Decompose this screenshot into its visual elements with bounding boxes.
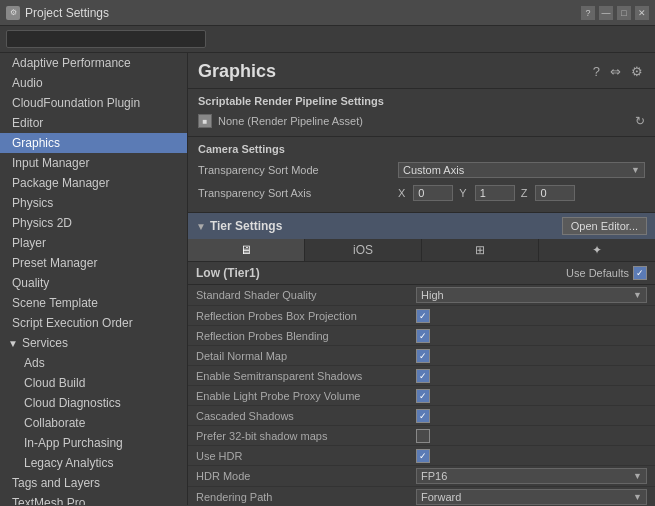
setting-name: Use HDR bbox=[196, 450, 416, 462]
main-layout: Adaptive PerformanceAudioCloudFoundation… bbox=[0, 53, 655, 505]
setting-name: Enable Semitransparent Shadows bbox=[196, 370, 416, 382]
sidebar-item-graphics[interactable]: Graphics bbox=[0, 133, 187, 153]
use-defaults-label: Use Defaults bbox=[566, 267, 629, 279]
sidebar-item-cloud-foundation[interactable]: CloudFoundation Plugin bbox=[0, 93, 187, 113]
tier1-settings: Standard Shader QualityHigh▼Reflection P… bbox=[188, 285, 655, 505]
setting-value: ✓ bbox=[416, 309, 647, 323]
dropdown-value: FP16 bbox=[421, 470, 447, 482]
setting-name: Standard Shader Quality bbox=[196, 289, 416, 301]
transparency-sort-axis-row: Transparency Sort Axis X Y Z bbox=[198, 183, 645, 203]
setting-value: ✓ bbox=[416, 369, 647, 383]
sidebar-item-script-exec[interactable]: Script Execution Order bbox=[0, 313, 187, 333]
setting-value[interactable]: High▼ bbox=[416, 287, 647, 303]
sidebar-item-editor[interactable]: Editor bbox=[0, 113, 187, 133]
sidebar-item-tags-layers[interactable]: Tags and Layers bbox=[0, 473, 187, 493]
setting-name: HDR Mode bbox=[196, 470, 416, 482]
sidebar-item-collaborate[interactable]: Collaborate bbox=[0, 413, 187, 433]
setting-value[interactable]: Forward▼ bbox=[416, 489, 647, 505]
sidebar-item-physics-2d[interactable]: Physics 2D bbox=[0, 213, 187, 233]
search-input[interactable] bbox=[6, 30, 206, 48]
layout-icon-button[interactable]: ⇔ bbox=[608, 62, 623, 81]
search-bar bbox=[0, 26, 655, 53]
tab-android[interactable]: ✦ bbox=[539, 239, 655, 261]
setting-checkbox[interactable]: ✓ bbox=[416, 309, 430, 323]
settings-icon-button[interactable]: ⚙ bbox=[629, 62, 645, 81]
dropdown-value: Forward bbox=[421, 491, 461, 503]
transparency-sort-axis-label: Transparency Sort Axis bbox=[198, 187, 398, 199]
setting-row: Reflection Probes Blending✓ bbox=[188, 326, 655, 346]
sidebar-item-ads[interactable]: Ads bbox=[0, 353, 187, 373]
sidebar-item-textmesh-pro[interactable]: TextMesh Pro bbox=[0, 493, 187, 505]
sidebar-item-cloud-diagnostics[interactable]: Cloud Diagnostics bbox=[0, 393, 187, 413]
sidebar-item-physics[interactable]: Physics bbox=[0, 193, 187, 213]
pipeline-row: ■ None (Render Pipeline Asset) ↻ bbox=[198, 112, 645, 130]
xyz-inputs: X Y Z bbox=[398, 185, 645, 201]
transparency-sort-mode-label: Transparency Sort Mode bbox=[198, 164, 398, 176]
tab-ios[interactable]: iOS bbox=[305, 239, 422, 261]
setting-checkbox[interactable]: ✓ bbox=[416, 349, 430, 363]
help-icon-button[interactable]: ? bbox=[591, 62, 602, 81]
x-input[interactable] bbox=[413, 185, 453, 201]
sidebar-item-input-manager[interactable]: Input Manager bbox=[0, 153, 187, 173]
setting-value: ✓ bbox=[416, 389, 647, 403]
setting-row: Reflection Probes Box Projection✓ bbox=[188, 306, 655, 326]
dropdown-value: High bbox=[421, 289, 444, 301]
z-input[interactable] bbox=[535, 185, 575, 201]
setting-value: ✓ bbox=[416, 409, 647, 423]
setting-value: ✓ bbox=[416, 329, 647, 343]
desktop-icon: 🖥 bbox=[240, 243, 252, 257]
tab-windows[interactable]: ⊞ bbox=[422, 239, 539, 261]
setting-name: Reflection Probes Blending bbox=[196, 330, 416, 342]
dropdown-arrow-icon: ▼ bbox=[633, 492, 642, 502]
setting-checkbox[interactable] bbox=[416, 429, 430, 443]
sidebar-item-preset-manager[interactable]: Preset Manager bbox=[0, 253, 187, 273]
sidebar-item-scene-template[interactable]: Scene Template bbox=[0, 293, 187, 313]
minimize-button[interactable]: — bbox=[599, 6, 613, 20]
y-label: Y bbox=[459, 187, 466, 199]
use-defaults-checkbox[interactable]: ✓ bbox=[633, 266, 647, 280]
dropdown-arrow-icon: ▼ bbox=[633, 471, 642, 481]
transparency-sort-mode-dropdown[interactable]: Custom Axis ▼ bbox=[398, 162, 645, 178]
setting-value: ✓ bbox=[416, 449, 647, 463]
tab-desktop[interactable]: 🖥 bbox=[188, 239, 305, 261]
setting-name: Enable Light Probe Proxy Volume bbox=[196, 390, 416, 402]
sidebar-item-cloud-build[interactable]: Cloud Build bbox=[0, 373, 187, 393]
sidebar-item-audio[interactable]: Audio bbox=[0, 73, 187, 93]
setting-name: Detail Normal Map bbox=[196, 350, 416, 362]
setting-value[interactable]: FP16▼ bbox=[416, 468, 647, 484]
help-button[interactable]: ? bbox=[581, 6, 595, 20]
setting-checkbox[interactable]: ✓ bbox=[416, 329, 430, 343]
setting-row: Rendering PathForward▼ bbox=[188, 487, 655, 505]
setting-checkbox[interactable]: ✓ bbox=[416, 389, 430, 403]
app-icon: ⚙ bbox=[6, 6, 20, 20]
tier-settings-header: ▼ Tier Settings Open Editor... bbox=[188, 213, 655, 239]
maximize-button[interactable]: □ bbox=[617, 6, 631, 20]
sidebar-item-player[interactable]: Player bbox=[0, 233, 187, 253]
setting-name: Rendering Path bbox=[196, 491, 416, 503]
camera-section: Camera Settings Transparency Sort Mode C… bbox=[188, 137, 655, 213]
setting-checkbox[interactable]: ✓ bbox=[416, 409, 430, 423]
tier-header-left: ▼ Tier Settings bbox=[196, 219, 282, 233]
setting-name: Prefer 32-bit shadow maps bbox=[196, 430, 416, 442]
window-title: Project Settings bbox=[25, 6, 581, 20]
tier1-header: Low (Tier1) Use Defaults ✓ bbox=[188, 262, 655, 285]
sidebar-item-adaptive-performance[interactable]: Adaptive Performance bbox=[0, 53, 187, 73]
sidebar: Adaptive PerformanceAudioCloudFoundation… bbox=[0, 53, 188, 505]
sidebar-section-services[interactable]: ▼Services bbox=[0, 333, 187, 353]
close-button[interactable]: ✕ bbox=[635, 6, 649, 20]
pipeline-refresh-icon[interactable]: ↻ bbox=[635, 114, 645, 128]
android-icon: ✦ bbox=[592, 243, 602, 257]
windows-icon: ⊞ bbox=[475, 243, 485, 257]
pipeline-value: None (Render Pipeline Asset) bbox=[218, 115, 629, 127]
setting-checkbox[interactable]: ✓ bbox=[416, 449, 430, 463]
sidebar-item-package-manager[interactable]: Package Manager bbox=[0, 173, 187, 193]
scriptable-title: Scriptable Render Pipeline Settings bbox=[198, 95, 645, 107]
sidebar-item-quality[interactable]: Quality bbox=[0, 273, 187, 293]
tier-settings-label: Tier Settings bbox=[210, 219, 282, 233]
y-input[interactable] bbox=[475, 185, 515, 201]
setting-row: HDR ModeFP16▼ bbox=[188, 466, 655, 487]
sidebar-item-legacy-analytics[interactable]: Legacy Analytics bbox=[0, 453, 187, 473]
setting-checkbox[interactable]: ✓ bbox=[416, 369, 430, 383]
sidebar-item-in-app-purchasing[interactable]: In-App Purchasing bbox=[0, 433, 187, 453]
open-editor-button[interactable]: Open Editor... bbox=[562, 217, 647, 235]
